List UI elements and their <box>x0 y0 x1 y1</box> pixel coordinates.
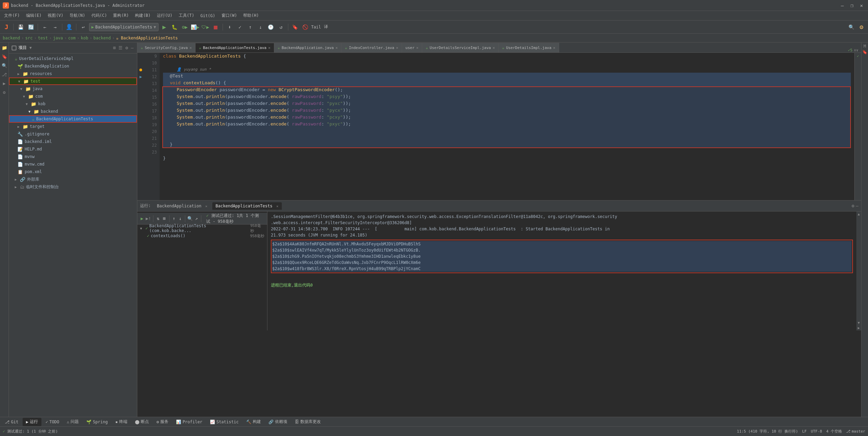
tree-item-mvnwcmd[interactable]: 📄 mvnw.cmd <box>9 160 137 168</box>
tree-item-tests-selected[interactable]: ☕ BackendApplicationTests <box>9 115 137 123</box>
line-ending[interactable]: LF <box>802 429 807 434</box>
tab-user[interactable]: user ✕ <box>402 43 422 52</box>
run-tab-close-icon[interactable]: ✕ <box>205 204 207 208</box>
breadcrumb-java[interactable]: java <box>53 36 63 40</box>
tree-item-java[interactable]: ▼ 📁 java <box>9 85 137 93</box>
tree-item-com[interactable]: ▼ 📁 com <box>9 93 137 100</box>
bottom-tab-spring[interactable]: 🌱 Spring <box>83 418 111 426</box>
breadcrumb-test[interactable]: test <box>38 36 48 40</box>
settings-icon-2[interactable]: ⚙ <box>125 45 129 51</box>
tree-item-target[interactable]: ▶ 📁 target <box>9 123 137 130</box>
tab-close-icon[interactable]: ✕ <box>493 46 495 50</box>
tree-item-gitignore[interactable]: 🔧 .gitignore <box>9 130 137 138</box>
menu-tools[interactable]: 工具(T) <box>176 12 197 20</box>
save-button[interactable]: 💾 <box>16 23 25 32</box>
tab-close-icon[interactable]: ✕ <box>396 46 398 50</box>
bottom-tab-breakpoints[interactable]: ⬤ 断点 <box>131 418 152 426</box>
no-button[interactable]: 🚫 <box>301 23 310 32</box>
tree-item-temp[interactable]: ▶ 🗂 临时文件和控制台 <box>9 183 137 191</box>
bottom-tab-deps[interactable]: 🔗 依赖项 <box>265 418 291 426</box>
git-icon[interactable]: ⎇ <box>1 71 8 78</box>
settings-icon[interactable]: ⚙ <box>1 88 8 96</box>
menu-edit[interactable]: 编辑(E) <box>23 12 45 20</box>
bottom-tab-git[interactable]: ⎇ Git <box>1 418 22 426</box>
breadcrumb-file[interactable]: ☕ BackendApplicationTests <box>116 36 178 40</box>
debug-button[interactable]: 🐛 <box>170 23 179 32</box>
tab-close-icon[interactable]: ✕ <box>553 46 555 50</box>
bottom-tab-build[interactable]: 🔨 构建 <box>243 418 264 426</box>
scroll-down-btn[interactable]: ▼ <box>858 321 860 325</box>
menu-build[interactable]: 构建(B) <box>132 12 153 20</box>
profile-button[interactable]: 📊▶ <box>191 23 200 32</box>
run-tab-backendapp[interactable]: BackendApplication ✕ <box>153 202 211 210</box>
git-pull[interactable]: ↓ <box>256 23 265 32</box>
git-update[interactable]: ⬇ <box>225 23 234 32</box>
search-button[interactable]: 🔍 <box>847 23 856 32</box>
tab-close-icon[interactable]: ✕ <box>416 46 419 50</box>
menu-refactor[interactable]: 重构(R) <box>110 12 131 20</box>
test-pass-status[interactable]: ✓ 测试通过: 1 (1 分钟 之前) <box>3 429 58 434</box>
breadcrumb-backend2[interactable]: backend <box>93 36 111 40</box>
menu-window[interactable]: 窗口(W) <box>219 12 240 20</box>
tree-item-external[interactable]: ▶ 🔗 外部库 <box>9 175 137 183</box>
export-btn[interactable]: ↗ <box>194 215 199 222</box>
run-output[interactable]: .SessionManagementFilter@64b3b1ce, org.s… <box>267 211 856 330</box>
stop-button[interactable]: ■ <box>211 23 220 32</box>
user-icon[interactable]: 👤 <box>65 23 74 32</box>
more-run-button[interactable]: ⚙▶ <box>180 23 189 32</box>
tab-close-icon[interactable]: ✕ <box>189 46 192 50</box>
next-fail-btn[interactable]: ↓ <box>178 215 183 222</box>
git-push[interactable]: ↑ <box>246 23 255 32</box>
tab-close-icon[interactable]: ✕ <box>268 46 271 50</box>
git-revert[interactable]: ↺ <box>277 23 286 32</box>
bottom-tab-todo[interactable]: ✓ TODO <box>42 418 63 426</box>
tab-close-icon[interactable]: ✕ <box>336 46 338 50</box>
bottom-tab-problems[interactable]: ⚠ 问题 <box>63 418 82 426</box>
maximize-button[interactable]: ❐ <box>848 2 856 9</box>
forward-button[interactable]: → <box>51 23 60 32</box>
git-history[interactable]: 🕐 <box>266 23 275 32</box>
code-area[interactable]: class BackendApplicationTests { 👤 yuyang… <box>160 53 854 200</box>
tree-item-userdetailsimpl[interactable]: ☕ UserDetailsServiceImpl <box>9 55 137 62</box>
sync-button[interactable]: 🔄 <box>26 23 35 32</box>
prev-fail-btn[interactable]: ↑ <box>171 215 176 222</box>
bookmark-icon[interactable]: 🔖 <box>1 53 8 60</box>
tree-item-pomxml[interactable]: 📋 pom.xml <box>9 168 137 175</box>
scroll-right-btn[interactable]: ▶ <box>858 326 860 330</box>
rerun-failed-button[interactable]: ▶! <box>146 215 151 222</box>
collapse-icon[interactable]: ☰ <box>118 45 123 51</box>
breadcrumb-backend[interactable]: backend <box>3 36 20 40</box>
project-icon[interactable]: 📁 <box>1 44 8 51</box>
search-rpt-btn[interactable]: 🔍 <box>187 215 193 222</box>
tree-item-test[interactable]: ▼ 📁 test <box>9 77 137 85</box>
sidebar-dropdown-icon[interactable]: ▼ <box>29 46 32 50</box>
run-icon[interactable]: ▶ <box>1 80 8 87</box>
breadcrumb-kob[interactable]: kob <box>81 36 88 40</box>
close-button[interactable]: ✕ <box>858 2 865 9</box>
minimize-button[interactable]: — <box>839 2 846 9</box>
menu-view[interactable]: 视图(V) <box>45 12 66 20</box>
find-icon[interactable]: 🔍 <box>1 62 8 69</box>
tree-item-iml[interactable]: 📄 backend.iml <box>9 138 137 145</box>
bottom-tab-run[interactable]: ▶ 运行 <box>23 418 41 426</box>
bottom-tab-terminal[interactable]: ▪ 终端 <box>112 418 131 426</box>
undo-button[interactable]: ↩ <box>79 23 88 32</box>
tree-item-kob[interactable]: ▼ 📁 kob <box>9 100 137 108</box>
breadcrumb-src[interactable]: src <box>25 36 33 40</box>
expand-all-icon[interactable]: ⊞ <box>113 45 117 51</box>
tab-backendapp[interactable]: ☕ BackendApplication.java ✕ <box>274 43 342 52</box>
indent-setting[interactable]: 4 个空格 <box>826 429 842 434</box>
tree-item-mvnw[interactable]: 📄 mvnw <box>9 153 137 160</box>
close-sidebar-icon[interactable]: — <box>130 45 134 51</box>
bookmark-right-icon[interactable]: 🔖 <box>862 50 867 54</box>
git-branch-indicator[interactable]: ⎇ master <box>846 429 865 434</box>
account-icon[interactable]: ⚙ <box>857 23 866 32</box>
menu-file[interactable]: 文件(F) <box>1 12 23 20</box>
tree-item-backendapp[interactable]: 🌱 BackendApplication <box>9 62 137 70</box>
run-button[interactable]: ▶ <box>160 23 169 32</box>
tree-item-backend[interactable]: ▼ 📁 backend <box>9 108 137 115</box>
menu-help[interactable]: 帮助(H) <box>240 12 262 20</box>
bottom-tab-dbchange[interactable]: 🗄 数据库更改 <box>291 418 324 426</box>
scroll-up-btn[interactable]: ▲ <box>858 212 860 216</box>
breadcrumb-com[interactable]: com <box>68 36 76 40</box>
